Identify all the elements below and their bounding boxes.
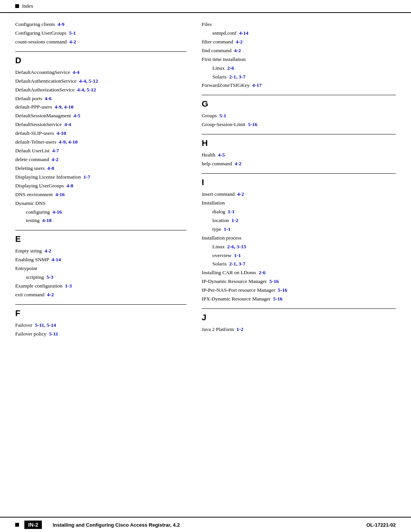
- index-entry: Solaris 2-1, 3-7: [202, 73, 396, 81]
- index-entry: Displaying UserGroups 4-8: [15, 182, 186, 190]
- index-entry: scripting 5-3: [15, 273, 186, 281]
- index-entry: filter command 4-2: [202, 38, 396, 46]
- index-entry: Deleting users 4-8: [15, 165, 186, 173]
- entry-text: Linux: [212, 244, 225, 249]
- entry-text: filter command: [202, 39, 233, 45]
- index-entry: Installation: [202, 199, 396, 207]
- page-ref-link[interactable]: 5-16: [248, 121, 258, 127]
- page-ref-link[interactable]: 4-4: [64, 121, 71, 127]
- page-ref-link[interactable]: 2-6, 3-13: [227, 244, 246, 249]
- entry-text: Configuring clients: [15, 21, 55, 27]
- page-ref-link[interactable]: 2-1, 3-7: [229, 74, 245, 80]
- page-ref-link[interactable]: 1-1: [228, 209, 235, 214]
- page-ref-link[interactable]: 1-1: [234, 252, 241, 258]
- page-ref-link[interactable]: 4-2: [235, 161, 242, 166]
- page-ref-link[interactable]: 4-17: [252, 82, 262, 88]
- footer-doc-number: OL-17221-02: [366, 522, 396, 528]
- entry-text: default-PPP-users: [15, 104, 52, 110]
- page-ref-link[interactable]: 1-2: [236, 326, 243, 332]
- index-entry: Default ports 4-6: [15, 95, 186, 103]
- index-entry: Displaying License Information 1-7: [15, 173, 186, 181]
- entry-text: Linux: [212, 65, 225, 71]
- entry-text: Files: [202, 21, 212, 27]
- index-entry: Files: [202, 21, 396, 29]
- footer-square-icon: [15, 523, 19, 527]
- page-ref-link[interactable]: 4-5: [73, 113, 80, 118]
- section-letter: F: [15, 308, 186, 318]
- page-ref-link[interactable]: 5-1: [69, 30, 76, 36]
- page-ref-link[interactable]: 4-9, 4-10: [55, 104, 74, 110]
- entry-text: IP-Dynamic Resource Manager: [202, 278, 267, 284]
- index-entry: Groups 5-1: [202, 112, 396, 120]
- entry-text: snmpd.conf: [212, 30, 236, 36]
- footer-left: IN-2 Installing and Configuring Cisco Ac…: [15, 521, 180, 529]
- page-ref-link[interactable]: 5-16: [269, 278, 279, 284]
- page-ref-link[interactable]: 4-8: [67, 183, 73, 189]
- page-ref-link[interactable]: 4-5: [218, 152, 225, 158]
- page-ref-link[interactable]: 4-10: [57, 130, 66, 136]
- page-ref-link[interactable]: 4-4, 5-12: [77, 87, 96, 93]
- page-ref-link[interactable]: 4-8: [47, 165, 54, 171]
- entry-text: default-SLIP-users: [15, 130, 54, 136]
- entry-text: DNS environment: [15, 192, 53, 197]
- index-entry: Configuring UserGroups 5-1: [15, 29, 186, 37]
- page-ref-link[interactable]: 1-7: [83, 174, 90, 180]
- index-entry: Linux 2-6, 3-13: [202, 243, 396, 251]
- right-column: Files snmpd.conf 4-14 filter command 4-2…: [198, 21, 396, 509]
- index-entry: exit command 4-2: [15, 291, 186, 299]
- index-entry: DefaultSessionService 4-4: [15, 121, 186, 129]
- page-ref-link[interactable]: 5-3: [46, 274, 53, 280]
- page-ref-link[interactable]: 4-16: [53, 209, 62, 215]
- page-ref-link[interactable]: 4-2: [237, 191, 244, 197]
- entry-text: exit command: [15, 292, 45, 297]
- page-ref-link[interactable]: 1-2: [231, 217, 238, 223]
- entry-text: Deleting users: [15, 165, 45, 171]
- page-ref-link[interactable]: 5-1: [220, 113, 226, 118]
- section-letter: H: [202, 138, 396, 148]
- index-entry: overview 1-1: [202, 252, 396, 260]
- page-ref-link[interactable]: 4-2: [52, 157, 59, 162]
- entry-text: DefaultAccountingService: [15, 69, 70, 75]
- page-ref-link[interactable]: 5-11, 5-14: [35, 322, 56, 328]
- page-ref-link[interactable]: 1-1: [224, 226, 231, 232]
- section-letter: G: [202, 99, 396, 109]
- page-ref-link[interactable]: 5-16: [278, 287, 287, 293]
- page-ref-link[interactable]: 4-7: [52, 148, 59, 153]
- page-ref-link[interactable]: 4-14: [239, 30, 249, 36]
- page-ref-link[interactable]: 4-16: [55, 192, 65, 197]
- index-entry: insert command 4-2: [202, 190, 396, 198]
- page-ref-link[interactable]: 4-2: [45, 248, 51, 254]
- page-ref-link[interactable]: 4-2: [69, 39, 76, 45]
- entry-text: Empty string: [15, 248, 42, 254]
- entry-text: configuring: [26, 209, 50, 215]
- entry-text: Failover policy: [15, 331, 46, 337]
- page-ref-link[interactable]: 4-18: [42, 217, 52, 223]
- entry-text: First time installation: [202, 56, 246, 62]
- page-ref-link[interactable]: 4-2: [234, 48, 241, 53]
- section-divider: [202, 173, 396, 174]
- index-entry: snmpd.conf 4-14: [202, 29, 396, 37]
- page-ref-link[interactable]: 4-2: [236, 39, 243, 45]
- entry-text: DefaultSessionManagment: [15, 113, 71, 118]
- index-entry: Configuring clients 4-9: [15, 21, 186, 29]
- page-ref-link[interactable]: 4-9: [57, 21, 64, 27]
- page-ref-link[interactable]: 4-4, 5-12: [79, 78, 98, 84]
- page-ref-link[interactable]: 2-6: [227, 65, 234, 71]
- page-ref-link[interactable]: 2-1, 3-7: [229, 261, 245, 267]
- entry-text: DefaultSessionService: [15, 121, 62, 127]
- page-ref-link[interactable]: 4-14: [51, 257, 61, 262]
- index-entry: IPX-Dynamic Resource Manager 5-16: [202, 295, 396, 303]
- page-ref-link[interactable]: 4-9, 4-10: [59, 139, 78, 145]
- page-ref-link[interactable]: 5-16: [273, 296, 282, 302]
- page-ref-link[interactable]: 2-6: [259, 270, 266, 275]
- entry-text: Configuring UserGroups: [15, 30, 67, 36]
- index-entry: Installation process: [202, 234, 396, 242]
- page-ref-link[interactable]: 4-4: [73, 69, 80, 75]
- page-ref-link[interactable]: 4-2: [47, 292, 54, 297]
- page-ref-link[interactable]: 1-3: [65, 283, 72, 289]
- entry-text: testing: [26, 217, 40, 223]
- page-ref-link[interactable]: 4-6: [45, 96, 52, 101]
- index-entry: IP-Dynamic Resource Manager 5-16: [202, 278, 396, 286]
- page-ref-link[interactable]: 5-11: [49, 331, 58, 337]
- entry-text: Installing CAR on LDoms: [202, 270, 256, 275]
